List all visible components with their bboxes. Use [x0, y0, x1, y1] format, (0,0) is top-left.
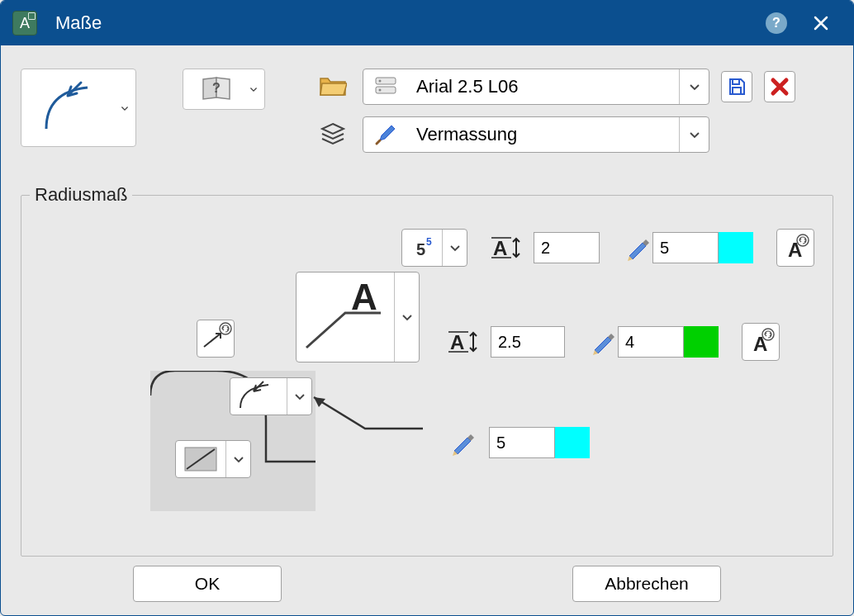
save-button[interactable]	[721, 71, 752, 102]
save-icon	[727, 77, 747, 97]
pencil-icon	[588, 329, 618, 355]
layers-icon	[315, 122, 351, 147]
color-swatch-2[interactable]	[684, 326, 719, 358]
svg-text:5: 5	[416, 240, 425, 258]
dimension-mode-dropdown[interactable]	[21, 69, 136, 147]
chevron-down-icon	[689, 129, 700, 140]
brush-icon	[363, 117, 408, 152]
text-height-icon: A	[491, 235, 525, 260]
svg-point-16	[220, 323, 231, 334]
close-icon	[814, 16, 828, 31]
leader-a-icon: A	[300, 280, 391, 354]
x-icon	[770, 77, 790, 97]
delete-button[interactable]	[764, 71, 795, 102]
svg-text:A: A	[493, 237, 507, 259]
radiusmass-group: Radiusmaß 5 5	[21, 184, 833, 557]
arrow-sync-icon	[199, 322, 232, 355]
leader-text-style-dropdown[interactable]: A	[296, 272, 420, 362]
pencil-icon	[448, 429, 477, 456]
svg-rect-5	[733, 79, 739, 84]
titlebar: A Maße ?	[1, 1, 853, 45]
chevron-down-icon	[294, 391, 306, 402]
linestyle-dropdown[interactable]	[175, 440, 251, 478]
chevron-down-icon	[401, 311, 413, 323]
chevron-down-icon	[689, 81, 700, 92]
arrowhead-dropdown[interactable]	[230, 377, 312, 415]
layer-value: Vermassung	[408, 124, 679, 145]
pen-2-input[interactable]	[618, 326, 684, 358]
cancel-button[interactable]: Abbrechen	[572, 566, 721, 602]
text-height-icon: A	[448, 329, 482, 354]
question-icon: ?	[772, 16, 780, 31]
pen-1-input[interactable]	[652, 232, 719, 263]
insert-attribute-2-button[interactable]: A	[742, 323, 780, 361]
text-height-2-input[interactable]	[491, 326, 565, 358]
svg-point-14	[762, 329, 774, 340]
book-help-icon: ?	[200, 74, 233, 104]
layer-dropdown-arrow[interactable]	[679, 117, 709, 152]
svg-point-3	[379, 80, 382, 83]
pen-3-input[interactable]	[489, 427, 555, 458]
font-style-value: Arial 2.5 L06	[408, 76, 679, 97]
text-height-1-input[interactable]	[534, 232, 600, 263]
folder-icon[interactable]	[315, 75, 351, 98]
chevron-down-icon	[449, 242, 461, 254]
arrow-sync-button[interactable]	[197, 320, 235, 358]
chevron-down-icon	[249, 83, 258, 95]
a-sync-icon: A	[781, 234, 809, 262]
chevron-down-icon	[121, 102, 129, 114]
svg-point-11	[797, 235, 809, 246]
server-icon	[363, 69, 408, 104]
number-format-dropdown[interactable]: 5 5	[401, 229, 467, 267]
svg-point-4	[379, 89, 382, 92]
five-exponent-icon: 5 5	[408, 235, 436, 260]
font-style-dropdown-arrow[interactable]	[679, 69, 709, 104]
svg-text:A: A	[351, 280, 377, 317]
svg-rect-6	[733, 88, 741, 94]
preview-leader-icon	[307, 387, 431, 437]
font-style-combo[interactable]: Arial 2.5 L06	[363, 69, 709, 105]
color-swatch-1[interactable]	[719, 232, 753, 263]
app-icon: A	[12, 11, 37, 36]
svg-text:5: 5	[426, 236, 432, 248]
help-style-dropdown[interactable]: ?	[183, 69, 265, 110]
color-swatch-3[interactable]	[555, 427, 590, 458]
pencil-icon	[623, 235, 652, 261]
linestyle-icon	[182, 444, 220, 474]
help-button[interactable]: ?	[766, 12, 787, 34]
chevron-down-icon	[233, 453, 244, 465]
svg-text:?: ?	[212, 81, 221, 95]
insert-attribute-1-button[interactable]: A	[776, 229, 814, 267]
layer-combo[interactable]: Vermassung	[363, 116, 709, 153]
group-legend: Radiusmaß	[30, 184, 132, 206]
window-title: Maße	[55, 12, 102, 34]
ok-button[interactable]: OK	[133, 566, 282, 602]
arrowhead-icon	[235, 380, 282, 413]
radius-dimension-icon	[38, 79, 104, 137]
svg-text:A: A	[450, 331, 464, 353]
a-sync-icon: A	[747, 328, 775, 356]
close-button[interactable]	[807, 9, 835, 37]
